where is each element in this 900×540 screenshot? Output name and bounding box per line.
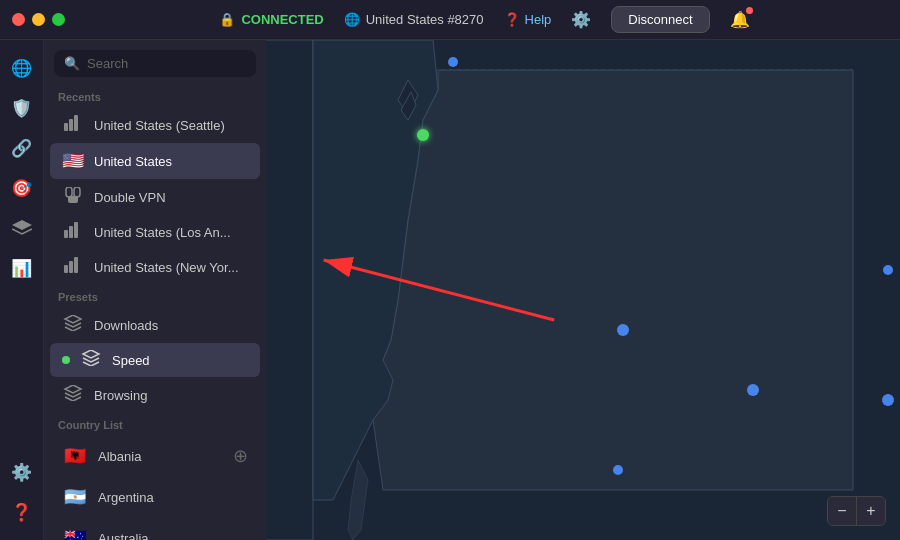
sidebar-icon-globe[interactable]: 🌐 (4, 50, 40, 86)
settings-icon[interactable]: ⚙️ (571, 10, 591, 29)
sidebar-item-us-seattle[interactable]: United States (Seattle) (50, 108, 260, 142)
albania-flag: 🇦🇱 (62, 443, 88, 469)
speed-active-dot (62, 356, 70, 364)
connected-label: CONNECTED (241, 12, 323, 27)
search-box: 🔍 (54, 50, 256, 77)
double-vpn-icon (62, 187, 84, 207)
svg-rect-9 (64, 265, 68, 273)
sidebar-scroll: Recents United States (Seattle) 🇺🇸 Unite… (44, 85, 266, 540)
close-button[interactable] (12, 13, 25, 26)
zoom-in-button[interactable]: + (857, 497, 885, 525)
connected-badge: 🔒 CONNECTED (219, 12, 323, 27)
titlebar: 🔒 CONNECTED 🌐 United States #8270 ❓ Help… (0, 0, 900, 40)
svg-rect-2 (74, 115, 78, 131)
notification-badge (746, 7, 753, 14)
sidebar-item-browsing[interactable]: Browsing (50, 378, 260, 412)
svg-point-23 (617, 324, 629, 336)
lock-icon: 🔒 (219, 12, 235, 27)
help-icon: ❓ (504, 12, 520, 27)
sidebar-item-text: United States (Seattle) (94, 118, 248, 133)
sidebar-item-australia[interactable]: 🇦🇺 Australia (50, 518, 260, 540)
sidebar-item-argentina[interactable]: 🇦🇷 Argentina (50, 477, 260, 517)
bell-icon: 🔔 (730, 11, 750, 28)
australia-name: Australia (98, 531, 248, 541)
sidebar-icon-stats[interactable]: 📊 (4, 250, 40, 286)
sidebar-item-double-vpn[interactable]: Double VPN (50, 180, 260, 214)
server-name: United States #8270 (366, 12, 484, 27)
help-label: Help (525, 12, 552, 27)
albania-add-button[interactable]: ⊕ (233, 445, 248, 467)
map-zoom-controls: − + (827, 496, 886, 526)
australia-flag: 🇦🇺 (62, 525, 88, 540)
svg-rect-4 (74, 187, 80, 197)
us-flag-icon: 🇺🇸 (62, 150, 84, 172)
globe-icon: 🌐 (344, 12, 360, 27)
sidebar-icon-target[interactable]: 🎯 (4, 170, 40, 206)
bell-icon-container[interactable]: 🔔 (730, 10, 750, 29)
sidebar-item-albania[interactable]: 🇦🇱 Albania ⊕ (50, 436, 260, 476)
svg-rect-1 (69, 119, 73, 131)
maximize-button[interactable] (52, 13, 65, 26)
disconnect-button[interactable]: Disconnect (611, 6, 709, 33)
svg-point-22 (448, 57, 458, 67)
sidebar-item-us-la[interactable]: United States (Los An... (50, 215, 260, 249)
sidebar-item-us-text: United States (94, 154, 248, 169)
svg-point-24 (747, 384, 759, 396)
sidebar-item-speed-text: Speed (112, 353, 248, 368)
titlebar-center: 🔒 CONNECTED 🌐 United States #8270 ❓ Help… (81, 6, 888, 33)
albania-name: Albania (98, 449, 223, 464)
svg-rect-7 (69, 226, 73, 238)
sidebar-icon-shield[interactable]: 🛡️ (4, 90, 40, 126)
browsing-icon (62, 385, 84, 405)
argentina-flag: 🇦🇷 (62, 484, 88, 510)
sidebar-item-us-la-text: United States (Los An... (94, 225, 248, 240)
sidebar-item-speed[interactable]: Speed (50, 343, 260, 377)
main-content: 🌐 🛡️ 🔗 🎯 📊 ⚙️ ❓ 🔍 Recents (0, 40, 900, 540)
svg-rect-5 (68, 196, 78, 203)
svg-rect-0 (64, 123, 68, 131)
svg-rect-8 (74, 222, 78, 238)
svg-point-26 (613, 465, 623, 475)
sidebar-icons: 🌐 🛡️ 🔗 🎯 📊 ⚙️ ❓ (0, 40, 44, 540)
svg-point-21 (417, 129, 429, 141)
svg-rect-11 (74, 257, 78, 273)
svg-rect-10 (69, 261, 73, 273)
map-area: − + (266, 40, 900, 540)
svg-rect-6 (64, 230, 68, 238)
traffic-lights (12, 13, 65, 26)
recents-label: Recents (44, 85, 266, 107)
svg-rect-3 (66, 187, 72, 197)
sidebar-item-downloads[interactable]: Downloads (50, 308, 260, 342)
sidebar-icon-network[interactable]: 🔗 (4, 130, 40, 166)
bar-chart-icon (62, 115, 84, 135)
sidebar-item-downloads-text: Downloads (94, 318, 248, 333)
sidebar-item-us[interactable]: 🇺🇸 United States (50, 143, 260, 179)
zoom-out-button[interactable]: − (828, 497, 856, 525)
sidebar-icon-help[interactable]: ❓ (4, 494, 40, 530)
map-svg (266, 40, 900, 540)
country-list-label: Country List (44, 413, 266, 435)
help-button[interactable]: ❓ Help (504, 12, 552, 27)
bar-chart-icon-la (62, 222, 84, 242)
argentina-name: Argentina (98, 490, 248, 505)
bar-chart-icon-ny (62, 257, 84, 277)
svg-point-25 (882, 394, 894, 406)
minimize-button[interactable] (32, 13, 45, 26)
server-info: 🌐 United States #8270 (344, 12, 484, 27)
speed-icon (80, 350, 102, 370)
sidebar-item-browsing-text: Browsing (94, 388, 248, 403)
search-icon: 🔍 (64, 56, 80, 71)
presets-label: Presets (44, 285, 266, 307)
sidebar-icon-layers[interactable] (4, 210, 40, 246)
sidebar-item-double-vpn-text: Double VPN (94, 190, 248, 205)
search-input[interactable] (87, 56, 246, 71)
svg-point-27 (883, 265, 893, 275)
sidebar-item-us-ny-text: United States (New Yor... (94, 260, 248, 275)
sidebar-item-us-ny[interactable]: United States (New Yor... (50, 250, 260, 284)
sidebar-panel: 🔍 Recents United States (Seattle) 🇺 (44, 40, 266, 540)
sidebar-icon-settings[interactable]: ⚙️ (4, 454, 40, 490)
downloads-icon (62, 315, 84, 335)
